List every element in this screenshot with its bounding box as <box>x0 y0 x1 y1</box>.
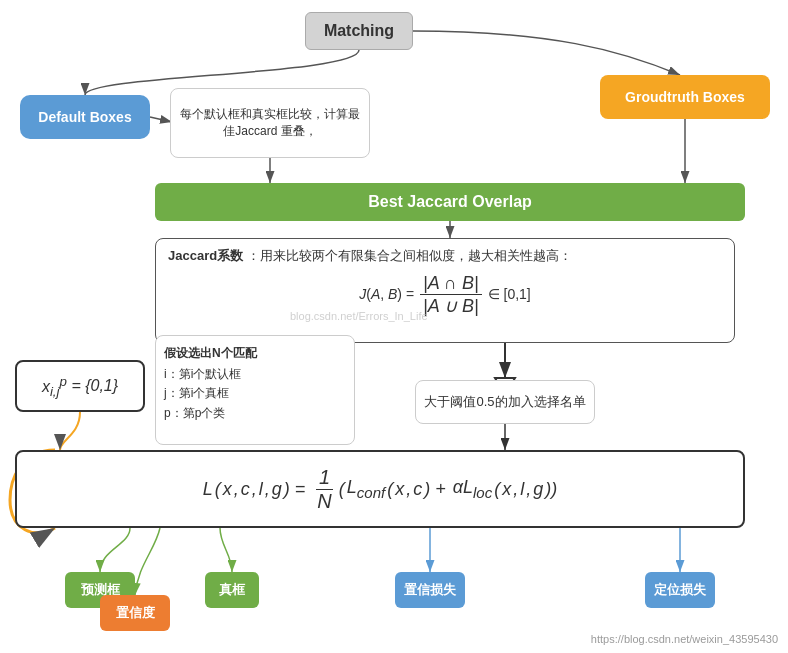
label-dingwei: 定位损失 <box>645 572 715 608</box>
groundtruth-boxes: Groudtruth Boxes <box>600 75 770 119</box>
n-matching-line4: p：第p个类 <box>164 404 346 423</box>
loss-formula: L(x,c,l,g) = 1 N (Lconf(x,c) + αLloc(x,l… <box>203 466 557 513</box>
best-jaccard-label: Best Jaccard Overlap <box>368 193 532 211</box>
zhixin-text: 置信度 <box>116 604 155 622</box>
jaccard-fraction: |A ∩ B| |A ∪ B| <box>420 273 482 317</box>
n-matching-line3: j：第i个真框 <box>164 384 346 403</box>
n-matching-line2: i：第i个默认框 <box>164 365 346 384</box>
label-zhixin: 置信度 <box>100 595 170 631</box>
label-zhixin2: 置信损失 <box>395 572 465 608</box>
best-jaccard: Best Jaccard Overlap <box>155 183 745 221</box>
xij-box: xi,jp = {0,1} <box>15 360 145 412</box>
svg-line-5 <box>150 117 172 122</box>
zhixin2-text: 置信损失 <box>404 581 456 599</box>
bottom-watermark: https://blog.csdn.net/weixin_43595430 <box>591 633 778 645</box>
jaccard-desc-box: 每个默认框和真实框比较，计算最佳Jaccard 重叠， <box>170 88 370 158</box>
loss-box: L(x,c,l,g) = 1 N (Lconf(x,c) + αLloc(x,l… <box>15 450 745 528</box>
dingwei-text: 定位损失 <box>654 581 706 599</box>
default-boxes-label: Default Boxes <box>38 109 131 125</box>
groundtruth-boxes-label: Groudtruth Boxes <box>625 89 745 105</box>
jaccard-desc-text: 每个默认框和真实框比较，计算最佳Jaccard 重叠， <box>176 106 364 140</box>
default-boxes: Default Boxes <box>20 95 150 139</box>
watermark1: blog.csdn.net/Errors_In_Life <box>290 310 428 322</box>
matching-label: Matching <box>324 22 394 40</box>
xij-formula: xi,jp = {0,1} <box>42 373 118 399</box>
jaccard-coeff-title: Jaccard系数 ：用来比较两个有限集合之间相似度，越大相关性越高： <box>168 247 722 265</box>
jaccard-coeff-box: Jaccard系数 ：用来比较两个有限集合之间相似度，越大相关性越高： J(A,… <box>155 238 735 343</box>
label-zhenkuang: 真框 <box>205 572 259 608</box>
zhenkuang-text: 真框 <box>219 581 245 599</box>
jaccard-formula: J(A, B) = |A ∩ B| |A ∪ B| ∈ [0,1] <box>168 273 722 317</box>
n-matching-box: 假设选出N个匹配 i：第i个默认框 j：第i个真框 p：第p个类 <box>155 335 355 445</box>
diagram-container: Matching Default Boxes Groudtruth Boxes … <box>0 0 788 653</box>
threshold-box: 大于阈值0.5的加入选择名单 <box>415 380 595 424</box>
n-matching-line1: 假设选出N个匹配 <box>164 344 346 363</box>
matching-box: Matching <box>305 12 413 50</box>
threshold-label: 大于阈值0.5的加入选择名单 <box>424 393 585 411</box>
loss-fraction: 1 N <box>314 466 334 513</box>
